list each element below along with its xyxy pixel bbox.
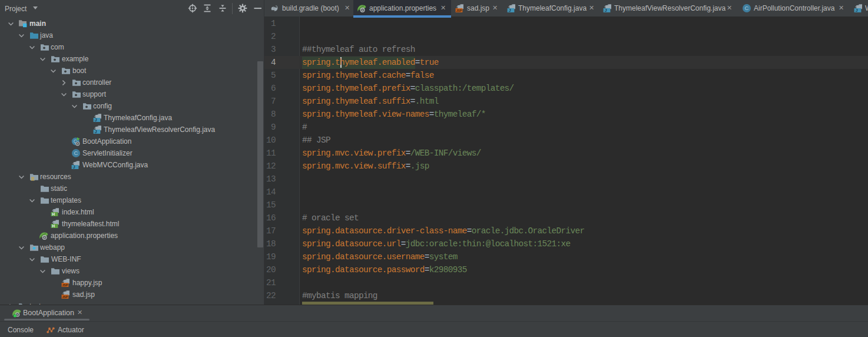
- svg-text:H: H: [52, 224, 55, 228]
- svg-text:C: C: [745, 5, 749, 11]
- svg-text:H: H: [52, 212, 55, 216]
- svg-text:JSP: JSP: [62, 283, 68, 287]
- svg-text:J: J: [856, 8, 858, 12]
- svg-text:J: J: [605, 8, 607, 12]
- svg-text:J: J: [73, 165, 75, 169]
- svg-text:C: C: [74, 150, 78, 156]
- svg-text:J: J: [509, 8, 511, 12]
- svg-text:J: J: [95, 130, 97, 134]
- svg-text:JSP: JSP: [456, 9, 462, 12]
- svg-text:J: J: [95, 118, 97, 122]
- svg-text:JSP: JSP: [62, 295, 68, 299]
